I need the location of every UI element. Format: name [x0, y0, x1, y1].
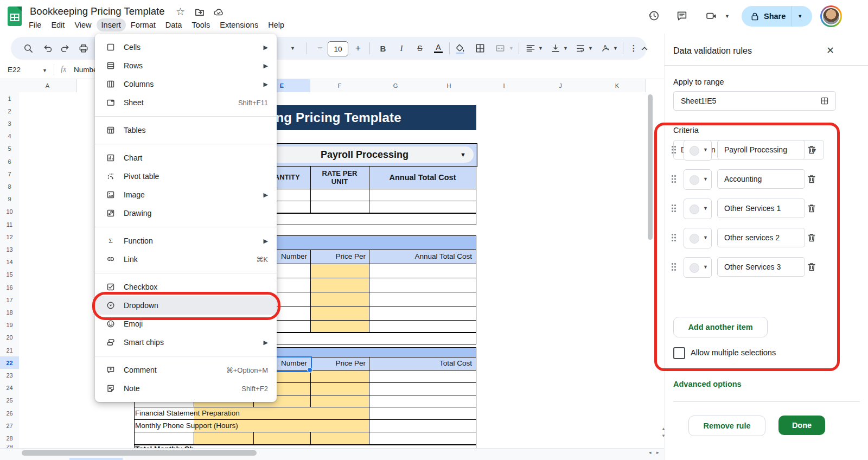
row-header-23[interactable]: 23 [0, 369, 19, 382]
menubar-item-data[interactable]: Data [161, 18, 187, 31]
row-header-24[interactable]: 24 [0, 382, 19, 395]
menubar-item-format[interactable]: Format [126, 18, 161, 31]
row-header-1[interactable]: 1 [0, 92, 19, 105]
add-another-item-button[interactable]: Add another item [673, 317, 768, 337]
drag-handle-icon[interactable] [672, 234, 673, 235]
row-header-12[interactable]: 12 [0, 231, 19, 244]
text-wrap-caret-icon[interactable]: ▼ [588, 37, 593, 60]
merge-cells-icon[interactable] [495, 37, 506, 60]
vertical-align-icon[interactable] [550, 37, 561, 60]
item-color-button[interactable]: ▼ [684, 228, 712, 248]
table2-yellow-cells[interactable] [310, 264, 369, 332]
grid-corner[interactable] [0, 79, 20, 93]
row-header-27[interactable]: 27 [0, 419, 19, 432]
drag-handle-icon[interactable] [672, 175, 673, 177]
delete-item-icon[interactable] [806, 203, 817, 214]
item-color-button[interactable]: ▼ [684, 257, 712, 278]
column-header-F[interactable]: F [310, 79, 369, 92]
menu-item-image[interactable]: Image▶ [95, 186, 277, 204]
scroll-left-icon[interactable]: ◂ [649, 450, 652, 455]
text-wrap-icon[interactable] [575, 37, 586, 60]
move-folder-icon[interactable] [194, 7, 205, 17]
panel-scroll-up-icon[interactable]: ▲ [661, 426, 666, 431]
text-rotation-caret-icon[interactable]: ▼ [613, 37, 618, 60]
redo-icon[interactable] [60, 37, 71, 60]
row-header-16[interactable]: 16 [0, 281, 19, 294]
row-header-20[interactable]: 20 [0, 331, 19, 344]
column-header-K[interactable]: K [589, 79, 646, 92]
menubar-item-file[interactable]: File [24, 18, 46, 31]
row-header-3[interactable]: 3 [0, 117, 19, 130]
row-header-18[interactable]: 18 [0, 306, 19, 319]
version-history-icon[interactable] [648, 10, 660, 22]
sheet-tab-fragment[interactable] [69, 458, 123, 460]
drag-handle-icon[interactable] [672, 205, 673, 206]
zoom-caret-icon[interactable]: ▼ [290, 37, 295, 60]
comments-icon[interactable] [676, 10, 688, 22]
font-size-input[interactable]: 10 [328, 41, 348, 56]
menu-item-link[interactable]: Link⌘K [95, 250, 277, 269]
row-header-28[interactable]: 28 [0, 432, 19, 445]
row-header-10[interactable]: 10 [0, 206, 19, 219]
advanced-options-link[interactable]: Advanced options [673, 380, 742, 388]
text-color-icon[interactable]: A [432, 37, 445, 60]
delete-item-icon[interactable] [806, 232, 817, 243]
row-header-22[interactable]: 22 [0, 356, 19, 369]
document-title[interactable]: Bookkeeping Pricing Template [30, 5, 165, 17]
menubar-item-help[interactable]: Help [263, 18, 289, 31]
row-header-7[interactable]: 7 [0, 168, 19, 181]
star-icon[interactable]: ☆ [176, 5, 185, 18]
menubar-item-insert[interactable]: Insert [97, 18, 126, 31]
scroll-right-icon[interactable]: ▸ [656, 450, 659, 455]
panel-scroll-down-icon[interactable]: ▼ [661, 433, 666, 438]
row-header-4[interactable]: 4 [0, 130, 19, 143]
menu-item-tables[interactable]: Tables [95, 121, 277, 139]
item-value-input[interactable]: Other services 2 [717, 228, 805, 247]
column-header-I[interactable]: I [476, 79, 533, 92]
menu-item-chart[interactable]: Chart [95, 149, 277, 167]
increase-font-icon[interactable]: + [353, 37, 363, 60]
horizontal-align-icon[interactable] [525, 37, 536, 60]
strikethrough-icon[interactable]: S [413, 37, 426, 60]
menubar-item-tools[interactable]: Tools [187, 18, 215, 31]
drag-handle-icon[interactable] [672, 263, 673, 265]
close-icon[interactable]: ✕ [826, 44, 834, 56]
delete-item-icon[interactable] [806, 144, 817, 155]
item-color-button[interactable]: ▼ [684, 169, 712, 190]
item-value-input[interactable]: Payroll Processing [717, 140, 805, 159]
row-header-14[interactable]: 14 [0, 256, 19, 269]
print-icon[interactable] [78, 37, 89, 60]
menu-item-emoji[interactable]: Emoji [95, 315, 277, 333]
share-button[interactable]: Share ▼ [742, 6, 812, 27]
row-header-17[interactable]: 17 [0, 293, 19, 306]
payroll-dropdown-chip[interactable]: Payroll Processing ▼ [256, 146, 474, 163]
horizontal-scrollbar[interactable] [22, 450, 257, 456]
name-box[interactable]: E22 [8, 66, 21, 74]
drag-handle-icon[interactable] [672, 146, 673, 148]
menu-item-cells[interactable]: Cells▶ [95, 38, 277, 56]
italic-icon[interactable]: I [395, 37, 408, 60]
menu-item-dropdown[interactable]: Dropdown [95, 296, 277, 315]
select-range-icon[interactable] [820, 97, 829, 105]
row-header-25[interactable]: 25 [0, 394, 19, 407]
name-box-caret-icon[interactable]: ▼ [42, 68, 47, 73]
vertical-align-caret-icon[interactable]: ▼ [563, 37, 568, 60]
text-rotation-icon[interactable]: A [600, 37, 611, 60]
menu-item-function[interactable]: ΣFunction▶ [95, 232, 277, 250]
more-options-icon[interactable]: ⋮ [628, 37, 639, 60]
search-icon[interactable] [23, 37, 34, 60]
menu-item-comment[interactable]: Comment⌘+Option+M [95, 361, 277, 379]
item-color-button[interactable]: ▼ [684, 199, 712, 219]
row-header-26[interactable]: 26 [0, 407, 19, 420]
row-header-6[interactable]: 6 [0, 155, 19, 168]
row-header-5[interactable]: 5 [0, 143, 19, 156]
collapse-toolbar-icon[interactable] [639, 37, 650, 60]
menubar-item-extensions[interactable]: Extensions [215, 18, 263, 31]
column-header-A[interactable]: A [19, 79, 76, 92]
column-header-H[interactable]: H [422, 79, 476, 92]
row-header-8[interactable]: 8 [0, 180, 19, 193]
menu-item-columns[interactable]: Columns▶ [95, 75, 277, 93]
delete-item-icon[interactable] [806, 174, 817, 184]
row-header-15[interactable]: 15 [0, 269, 19, 282]
share-caret-icon[interactable]: ▼ [797, 14, 802, 19]
